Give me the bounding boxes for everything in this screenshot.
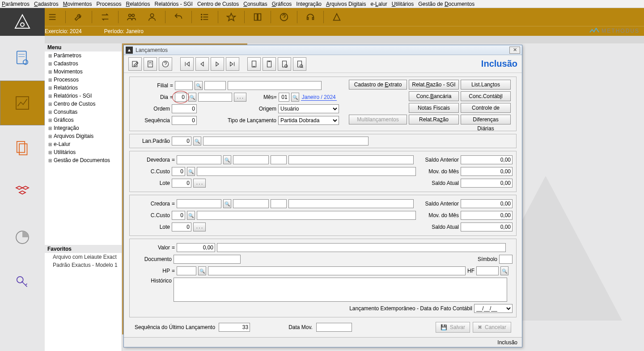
modal-titlebar[interactable]: ▲ Lançamentos ✕: [124, 45, 522, 55]
dev-lote-input[interactable]: [172, 179, 191, 188]
hf-input[interactable]: [476, 266, 499, 275]
sidenav-item[interactable]: Relatórios: [45, 84, 122, 92]
filial-desc1[interactable]: [204, 81, 226, 90]
sidenav-item[interactable]: Movimentos: [45, 68, 122, 76]
wrench-icon[interactable]: [71, 10, 86, 24]
dev-desc[interactable]: [288, 155, 414, 164]
btn-notas[interactable]: Notas Fiscais: [409, 103, 459, 113]
btn-cad-extrato[interactable]: Cadastro de Extrato: [349, 80, 407, 90]
hp-lookup-icon[interactable]: 🔍: [198, 266, 206, 275]
sidenav-item[interactable]: e-Lalur: [45, 140, 122, 148]
dia-lookup-icon[interactable]: 🔍: [188, 93, 196, 102]
btn-multi[interactable]: Multilançamentos: [349, 115, 407, 124]
dev-lookup-icon[interactable]: 🔍: [223, 155, 231, 164]
tb-last-icon[interactable]: [226, 57, 239, 71]
btn-conc-banc[interactable]: Conc.Bancária: [409, 91, 459, 101]
dia-input[interactable]: [175, 93, 186, 102]
datamov-input[interactable]: [316, 323, 352, 332]
tb-doc4-icon[interactable]: [293, 57, 306, 71]
historico-input[interactable]: [174, 278, 507, 302]
documento-input[interactable]: [174, 255, 241, 264]
filial-lookup-icon[interactable]: 🔍: [195, 81, 203, 90]
dia-more[interactable]: . . .: [234, 93, 246, 102]
cred-ccusto-desc[interactable]: [197, 211, 416, 220]
btn-conc-cont[interactable]: Conc.Contábil: [461, 91, 511, 101]
dev-aux1[interactable]: [233, 155, 269, 164]
cred-desc[interactable]: [288, 199, 414, 208]
triangle-icon[interactable]: [329, 10, 344, 24]
strip-cubes-icon[interactable]: [0, 170, 45, 215]
favorite-item[interactable]: Arquivo com Leiaute Exact: [45, 253, 122, 261]
sidenav-item[interactable]: Processos: [45, 76, 122, 84]
cred-ccusto-input[interactable]: [172, 211, 185, 220]
btn-relat-razao-sgi[interactable]: Relat.Razão - SGI: [409, 80, 459, 90]
favorite-item[interactable]: Padrão Exactus - Modelo 1: [45, 261, 122, 269]
sidenav-item[interactable]: Gráficos: [45, 116, 122, 124]
tb-edit-icon[interactable]: [128, 57, 142, 71]
sidenav-item[interactable]: Cadastros: [45, 60, 122, 68]
menu-relatorios[interactable]: Relatórios: [126, 1, 150, 7]
headset-icon[interactable]: [303, 10, 318, 24]
user-icon[interactable]: [144, 10, 160, 24]
btn-list-lanctos[interactable]: List.Lançtos: [461, 80, 511, 90]
mes-link[interactable]: Janeiro / 2024: [301, 94, 337, 101]
strip-chart-icon[interactable]: [0, 81, 45, 125]
menu-processos[interactable]: Processos: [96, 1, 121, 7]
btn-relat-razao[interactable]: Relat.Razão: [409, 115, 459, 124]
dev-ccusto-desc[interactable]: [197, 167, 416, 176]
filial-desc2[interactable]: [228, 81, 322, 90]
help-icon[interactable]: [276, 10, 292, 24]
origem-select[interactable]: Usuário: [278, 104, 339, 113]
tipo-select[interactable]: Partida Dobrada: [278, 116, 339, 125]
tb-prev-icon[interactable]: [195, 57, 209, 71]
list-icon[interactable]: [197, 10, 212, 24]
menu-consultas[interactable]: Consultas: [243, 1, 267, 7]
menu-relatorios-sgi[interactable]: Relatórios - SGI: [155, 1, 193, 7]
dev-ccusto-lookup-icon[interactable]: 🔍: [187, 167, 195, 176]
valor-desc[interactable]: [217, 243, 506, 252]
mes-input[interactable]: [279, 93, 289, 102]
strip-doc-icon[interactable]: [0, 36, 45, 81]
menu-gestao-doc[interactable]: Gestão de Documentos: [418, 1, 475, 7]
tb-calc-icon[interactable]: [144, 57, 157, 71]
menu-movimentos[interactable]: Movimentos: [63, 1, 92, 7]
sidenav-item[interactable]: Relatórios - SGI: [45, 92, 122, 100]
seq-input[interactable]: [172, 116, 197, 125]
dev-ccusto-input[interactable]: [172, 167, 185, 176]
tb-help-icon[interactable]: [159, 57, 172, 71]
mes-lookup-icon[interactable]: 🔍: [291, 93, 299, 102]
cred-aux1[interactable]: [233, 199, 269, 208]
extemp-select[interactable]: __/__/__: [474, 304, 513, 313]
menu-parametros[interactable]: Parâmetros: [2, 1, 30, 7]
filial-input[interactable]: [175, 81, 193, 90]
dev-aux2[interactable]: [271, 155, 287, 164]
star-icon[interactable]: [224, 10, 239, 24]
sidenav-item[interactable]: Arquivos Digitais: [45, 132, 122, 140]
sidenav-item[interactable]: Utilitários: [45, 148, 122, 156]
btn-dif-diarias[interactable]: Diferenças Diárias: [461, 115, 511, 124]
dev-input[interactable]: [177, 155, 221, 164]
cred-input[interactable]: [177, 199, 221, 208]
cred-lote-more[interactable]: . . .: [193, 223, 206, 231]
menu-arq-digitais[interactable]: Arquivos Digitais: [326, 1, 366, 7]
sidenav-item[interactable]: Centro de Custos: [45, 100, 122, 108]
cred-lote-input[interactable]: [172, 223, 191, 231]
cred-cc-lookup-icon[interactable]: 🔍: [187, 211, 195, 220]
strip-keys-icon[interactable]: [0, 260, 45, 304]
ordem-input[interactable]: [172, 104, 197, 113]
close-icon[interactable]: ✕: [509, 47, 520, 54]
menu-centro-custos[interactable]: Centro de Custos: [197, 1, 239, 7]
btn-ctrl-baixas[interactable]: Controle de Baixas: [461, 103, 511, 113]
dia-desc[interactable]: [198, 93, 232, 102]
sidenav-item[interactable]: Integração: [45, 124, 122, 132]
swap-icon[interactable]: [97, 10, 113, 24]
lanpadrao-input[interactable]: [172, 137, 191, 146]
valor-input[interactable]: [177, 243, 215, 252]
hp-desc[interactable]: [208, 266, 466, 275]
menu-graficos[interactable]: Gráficos: [272, 1, 292, 7]
tb-doc2-icon[interactable]: [263, 57, 276, 71]
tb-doc3-icon[interactable]: [278, 57, 291, 71]
cred-lookup-icon[interactable]: 🔍: [223, 199, 231, 208]
tb-first-icon[interactable]: [180, 57, 194, 71]
strip-pie-icon[interactable]: [0, 215, 45, 260]
